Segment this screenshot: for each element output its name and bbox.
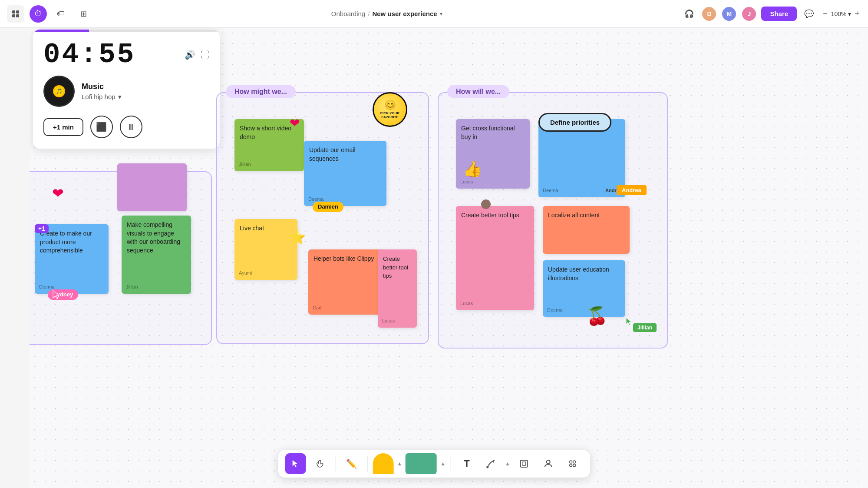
bottom-toolbar: ✏️ ▲ ▲ T ▲ bbox=[278, 450, 590, 478]
sticky-create-comprehensible[interactable]: Create to make our product more comprehe… bbox=[35, 224, 109, 294]
timer-display: 04:55 bbox=[43, 41, 135, 69]
sticky-helper-bots[interactable]: Helper bots like Clippy Carl bbox=[308, 249, 382, 315]
svg-point-10 bbox=[573, 461, 576, 463]
svg-rect-7 bbox=[522, 462, 526, 465]
stop-button[interactable]: ⬛ bbox=[90, 116, 113, 138]
how-will-we-section: How will we... Get cross functional buy … bbox=[438, 92, 668, 349]
vinyl-disc: 🎵 bbox=[43, 76, 75, 107]
star-icon: ⭐ bbox=[289, 228, 306, 247]
add-minute-button[interactable]: +1 min bbox=[43, 118, 83, 136]
sticky-show-video[interactable]: Show a short video demo Jillian ❤ bbox=[234, 119, 304, 171]
sticky-author: Deema bbox=[547, 307, 562, 313]
sticky-author: Carl bbox=[313, 305, 321, 311]
zoom-out-button[interactable]: − bbox=[821, 7, 829, 20]
sticky-author: Jillian bbox=[126, 284, 138, 290]
zoom-chevron-icon: ▾ bbox=[848, 10, 851, 17]
zoom-in-button[interactable]: + bbox=[853, 7, 861, 20]
timer-controls: +1 min ⬛ ⏸ bbox=[43, 116, 209, 138]
svg-rect-2 bbox=[12, 14, 15, 17]
andrea-tag: Andrea bbox=[617, 185, 647, 195]
pause-button[interactable]: ⏸ bbox=[120, 116, 142, 138]
music-row: 🎵 Music Lofi hip hop ▾ bbox=[43, 76, 209, 107]
hand-tool-button[interactable] bbox=[309, 453, 330, 474]
apps-menu-button[interactable] bbox=[7, 5, 24, 23]
fullscreen-button[interactable]: ⛶ bbox=[201, 50, 209, 60]
page-chevron-icon[interactable]: ▾ bbox=[440, 11, 442, 17]
svg-point-12 bbox=[573, 464, 576, 467]
breadcrumb: Onboarding / New user experience ▾ bbox=[97, 10, 676, 17]
headphone-button[interactable]: 🎧 bbox=[681, 6, 697, 22]
jillian-cursor-tag: Jillian bbox=[633, 323, 657, 332]
define-priorities-bubble[interactable]: Define priorities bbox=[538, 113, 611, 132]
sticky-update-email[interactable]: Update our email sequences Deema Damien bbox=[304, 141, 386, 206]
comment-button[interactable]: 💬 bbox=[801, 6, 817, 22]
connector-tool-button[interactable] bbox=[481, 453, 502, 474]
avatar-1[interactable]: D bbox=[701, 6, 717, 22]
music-info: Music Lofi hip hop ▾ bbox=[82, 82, 122, 101]
shape-yellow-chevron-icon[interactable]: ▲ bbox=[397, 461, 402, 467]
sticky-create-tooltips[interactable]: Create better tool tips Lucas bbox=[378, 249, 417, 328]
genre-chevron-icon: ▾ bbox=[118, 93, 122, 101]
music-label: Music bbox=[82, 82, 122, 91]
shape-green-tool[interactable] bbox=[406, 453, 437, 474]
brown-dot bbox=[481, 199, 491, 209]
zoom-level: 100% bbox=[831, 10, 847, 17]
sticky-live-chat[interactable]: Live chat Ayumi ⭐ bbox=[234, 219, 297, 280]
svg-rect-0 bbox=[12, 10, 15, 13]
sticky-author: Lucas bbox=[460, 300, 473, 307]
how-will-we-label: How will we... bbox=[447, 85, 509, 98]
sound-button[interactable]: 🔊 bbox=[185, 50, 195, 60]
music-genre-selector[interactable]: Lofi hip hop ▾ bbox=[82, 93, 122, 101]
timer-top: 04:55 🔊 ⛶ bbox=[43, 41, 209, 69]
timer-tool-button[interactable]: ⏱ bbox=[30, 5, 47, 23]
sticky-update-illustrations[interactable]: Update user education illustrations Deem… bbox=[543, 260, 625, 317]
plus-one-badge: +1 bbox=[35, 224, 49, 233]
svg-rect-6 bbox=[521, 460, 528, 467]
toolbar-divider-1 bbox=[335, 456, 336, 471]
sticky-purple-partial[interactable] bbox=[117, 163, 187, 211]
cursor-green-arrow bbox=[625, 317, 633, 328]
page-name[interactable]: New user experience bbox=[372, 10, 437, 17]
svg-rect-1 bbox=[16, 10, 19, 13]
frame-tool-button[interactable] bbox=[514, 453, 535, 474]
sticky-create-tooltips-right[interactable]: Create better tool tips Lucas bbox=[456, 206, 534, 310]
left-offscreen-section: Create to make our product more comprehe… bbox=[30, 171, 212, 345]
breadcrumb-separator: / bbox=[368, 10, 370, 17]
how-might-we-label: How might we... bbox=[226, 85, 296, 98]
cursor-tool-button[interactable] bbox=[285, 453, 306, 474]
timer-icons: 🔊 ⛶ bbox=[185, 50, 209, 60]
group-tool-button[interactable] bbox=[562, 453, 583, 474]
breadcrumb-parent[interactable]: Onboarding bbox=[331, 10, 365, 17]
damien-tag: Damien bbox=[313, 202, 343, 212]
avatar-3[interactable]: J bbox=[741, 6, 757, 22]
sticky-get-cross[interactable]: Get cross functional buy in Lucas 👍 bbox=[456, 119, 530, 189]
thumbs-up-icon: 👍 bbox=[463, 158, 482, 180]
connector-chevron-icon[interactable]: ▲ bbox=[505, 461, 510, 467]
heart-icon-left: ❤ bbox=[52, 185, 64, 202]
share-button[interactable]: Share bbox=[761, 7, 797, 21]
vinyl-rings bbox=[43, 76, 75, 107]
sticky-author: Jillian bbox=[239, 161, 251, 168]
cursor-pink bbox=[52, 289, 61, 302]
sticky-author: Ayumi bbox=[239, 270, 252, 276]
cherries-sticker: 🍒 bbox=[586, 306, 608, 326]
svg-rect-3 bbox=[16, 14, 19, 17]
timer-body: 04:55 🔊 ⛶ 🎵 Music Lofi hip hop ▾ bbox=[33, 32, 220, 149]
table-tool-button[interactable]: ⊞ bbox=[75, 5, 92, 23]
how-might-we-section: How might we... Show a short video demo … bbox=[216, 92, 429, 344]
avatar-2[interactable]: M bbox=[721, 6, 737, 22]
sticker-tool-button[interactable]: 🏷 bbox=[52, 5, 69, 23]
pencil-tool-button[interactable]: ✏️ bbox=[341, 453, 362, 474]
canvas[interactable]: 04:55 🔊 ⛶ 🎵 Music Lofi hip hop ▾ bbox=[30, 28, 868, 488]
svg-point-4 bbox=[486, 466, 488, 468]
svg-point-8 bbox=[547, 460, 550, 464]
sticky-localize[interactable]: Localize all content bbox=[543, 206, 630, 254]
timer-widget: 04:55 🔊 ⛶ 🎵 Music Lofi hip hop ▾ bbox=[33, 30, 220, 149]
sticky-make-visuals[interactable]: Make compelling visuals to engage with o… bbox=[122, 216, 191, 294]
shape-yellow-tool[interactable] bbox=[373, 453, 393, 474]
toolbar-divider-3 bbox=[451, 456, 451, 471]
person-tool-button[interactable] bbox=[538, 453, 559, 474]
text-tool-button[interactable]: T bbox=[456, 453, 477, 474]
pick-your-favorite-sticker: 😊 PICK YOUR FAVORITE bbox=[373, 92, 407, 127]
shape-green-chevron-icon[interactable]: ▲ bbox=[440, 461, 446, 467]
